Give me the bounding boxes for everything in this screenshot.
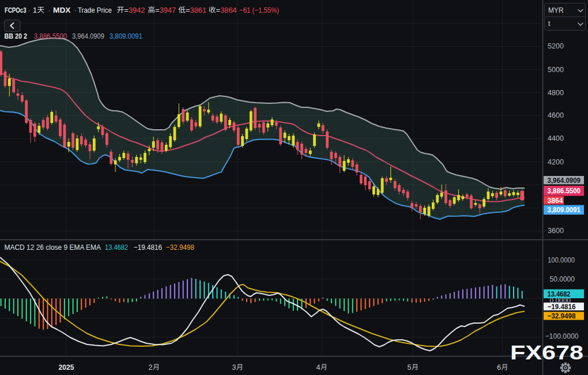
svg-text:−19.4816: −19.4816 <box>548 303 576 311</box>
svg-text:5200: 5200 <box>548 42 564 50</box>
svg-text:Trade Price: Trade Price <box>78 6 112 14</box>
svg-text:MACD 12 26 close 9 EMA EMA: MACD 12 26 close 9 EMA EMA <box>5 243 101 252</box>
svg-text:3600: 3600 <box>548 227 564 235</box>
svg-text:50.0000: 50.0000 <box>550 275 575 283</box>
svg-text:4400: 4400 <box>548 134 564 142</box>
svg-text:·: · <box>74 6 77 14</box>
svg-text:3,886.5500: 3,886.5500 <box>548 187 581 195</box>
svg-text:3,886.5500: 3,886.5500 <box>34 32 67 40</box>
svg-text:13.4682: 13.4682 <box>548 290 571 298</box>
svg-text:−19.4816: −19.4816 <box>134 243 162 252</box>
svg-text:−100.0000: −100.0000 <box>545 332 579 340</box>
svg-text:3,964.0909: 3,964.0909 <box>72 32 104 40</box>
svg-text:−32.9498: −32.9498 <box>166 243 194 252</box>
svg-text:4200: 4200 <box>548 158 564 166</box>
svg-text:100.0000: 100.0000 <box>548 256 575 264</box>
svg-text:MYR: MYR <box>548 6 564 14</box>
svg-text:=: = <box>155 6 160 14</box>
svg-text:4: 4 <box>316 363 321 372</box>
svg-text:4800: 4800 <box>548 89 564 97</box>
svg-text:3861: 3861 <box>190 6 207 14</box>
svg-text:=: = <box>124 6 129 14</box>
svg-text:·: · <box>48 6 51 14</box>
svg-text:BB 20 2: BB 20 2 <box>4 32 27 40</box>
svg-text:2: 2 <box>149 363 153 372</box>
svg-text:1: 1 <box>33 6 37 14</box>
svg-text:−61 (−1.55%): −61 (−1.55%) <box>239 6 279 14</box>
svg-text:3864: 3864 <box>220 6 237 14</box>
svg-text:=: = <box>216 6 221 14</box>
svg-text:FCPOc3: FCPOc3 <box>5 6 27 14</box>
svg-text:MDX: MDX <box>53 6 71 14</box>
svg-text:FX678: FX678 <box>510 341 583 364</box>
svg-text:3942: 3942 <box>129 6 145 14</box>
svg-text:=: = <box>186 6 190 14</box>
svg-text:3,809.0091: 3,809.0091 <box>548 206 581 214</box>
svg-text:3,809.0091: 3,809.0091 <box>110 32 142 40</box>
svg-text:3947: 3947 <box>160 6 176 14</box>
svg-text:13.4682: 13.4682 <box>105 243 128 252</box>
svg-text:6: 6 <box>497 363 501 372</box>
svg-text:3: 3 <box>232 363 236 372</box>
svg-text:·: · <box>28 6 31 14</box>
svg-text:3,964.0909: 3,964.0909 <box>548 177 581 185</box>
svg-text:5: 5 <box>408 363 412 372</box>
svg-text:2025: 2025 <box>59 363 74 372</box>
svg-text:−32.9498: −32.9498 <box>548 312 576 320</box>
svg-text:4600: 4600 <box>548 111 564 119</box>
svg-text:5000: 5000 <box>548 66 564 74</box>
svg-text:3864: 3864 <box>548 197 563 205</box>
